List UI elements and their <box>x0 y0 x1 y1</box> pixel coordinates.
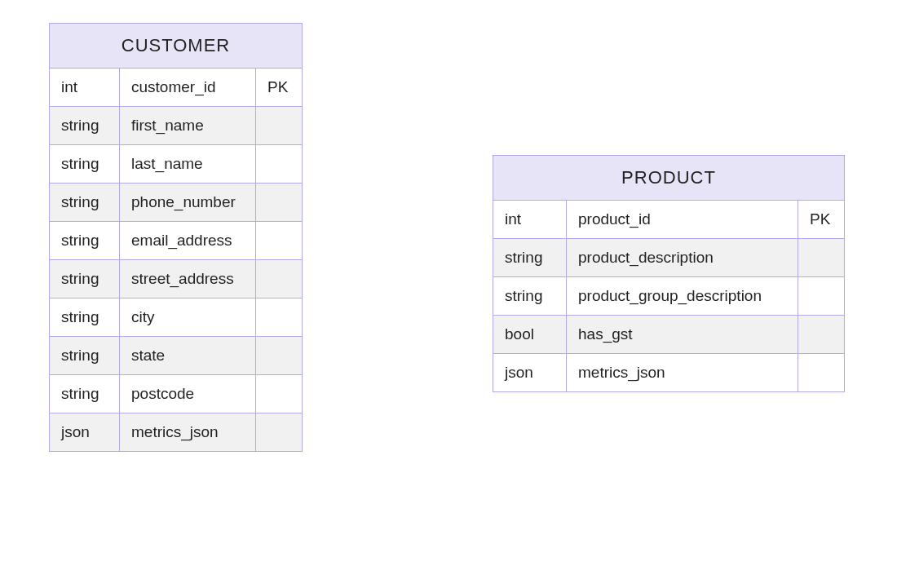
attr-type: string <box>493 277 567 315</box>
attr-type: string <box>493 239 567 276</box>
table-row: json metrics_json <box>493 354 844 391</box>
attr-key <box>256 222 302 259</box>
attr-name: metrics_json <box>567 354 798 391</box>
attr-name: last_name <box>120 145 256 183</box>
attr-key <box>256 337 302 374</box>
table-row: int customer_id PK <box>50 69 302 107</box>
attr-key <box>256 183 302 221</box>
attr-key <box>256 375 302 413</box>
attr-name: product_description <box>567 239 798 276</box>
attr-type: int <box>50 69 120 106</box>
table-row: string street_address <box>50 260 302 298</box>
attr-key <box>256 145 302 183</box>
attr-name: product_id <box>567 201 798 238</box>
attr-type: json <box>493 354 567 391</box>
entity-product-header: PRODUCT <box>493 156 844 201</box>
attr-key <box>798 239 844 276</box>
entity-customer-header: CUSTOMER <box>50 24 302 69</box>
attr-key <box>256 298 302 336</box>
attr-key <box>256 413 302 451</box>
attr-type: string <box>50 375 120 413</box>
attr-name: email_address <box>120 222 256 259</box>
attr-key <box>798 316 844 353</box>
table-row: string state <box>50 337 302 375</box>
attr-name: product_group_description <box>567 277 798 315</box>
attr-type: json <box>50 413 120 451</box>
table-row: bool has_gst <box>493 316 844 354</box>
table-row: int product_id PK <box>493 201 844 239</box>
table-row: string city <box>50 298 302 337</box>
attr-name: postcode <box>120 375 256 413</box>
attr-key: PK <box>256 69 302 106</box>
table-row: string postcode <box>50 375 302 413</box>
attr-key <box>798 354 844 391</box>
attr-type: string <box>50 260 120 298</box>
attr-type: string <box>50 298 120 336</box>
entity-product: PRODUCT int product_id PK string product… <box>493 155 845 392</box>
attr-name: metrics_json <box>120 413 256 451</box>
attr-name: street_address <box>120 260 256 298</box>
attr-key: PK <box>798 201 844 238</box>
attr-name: customer_id <box>120 69 256 106</box>
table-row: string last_name <box>50 145 302 183</box>
attr-key <box>256 260 302 298</box>
table-row: string product_group_description <box>493 277 844 316</box>
attr-name: state <box>120 337 256 374</box>
attr-type: string <box>50 107 120 144</box>
table-row: string phone_number <box>50 183 302 222</box>
attr-name: phone_number <box>120 183 256 221</box>
attr-name: has_gst <box>567 316 798 353</box>
attr-type: bool <box>493 316 567 353</box>
attr-type: string <box>50 222 120 259</box>
attr-name: first_name <box>120 107 256 144</box>
entity-customer: CUSTOMER int customer_id PK string first… <box>49 23 303 452</box>
attr-type: string <box>50 145 120 183</box>
table-row: string first_name <box>50 107 302 145</box>
table-row: json metrics_json <box>50 413 302 451</box>
attr-name: city <box>120 298 256 336</box>
attr-type: string <box>50 337 120 374</box>
table-row: string product_description <box>493 239 844 277</box>
table-row: string email_address <box>50 222 302 260</box>
attr-key <box>798 277 844 315</box>
attr-type: int <box>493 201 567 238</box>
attr-key <box>256 107 302 144</box>
attr-type: string <box>50 183 120 221</box>
